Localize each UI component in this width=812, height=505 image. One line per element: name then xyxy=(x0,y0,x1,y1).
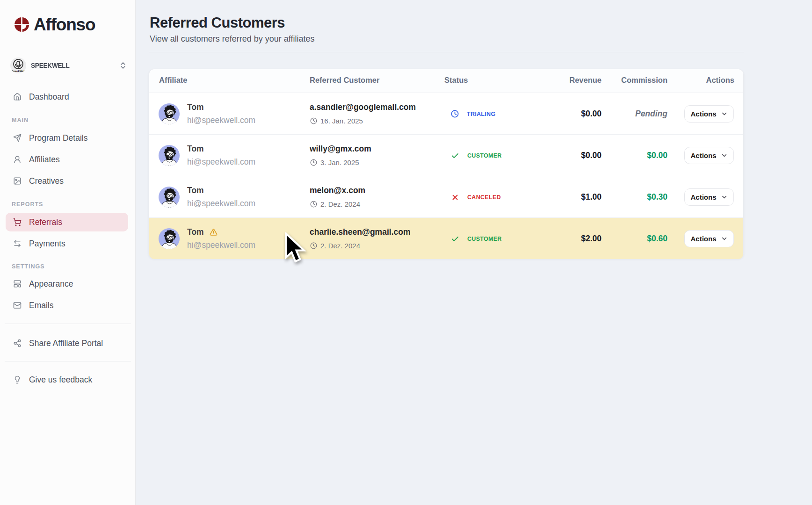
svg-text:SpeekWell: SpeekWell xyxy=(11,70,25,72)
